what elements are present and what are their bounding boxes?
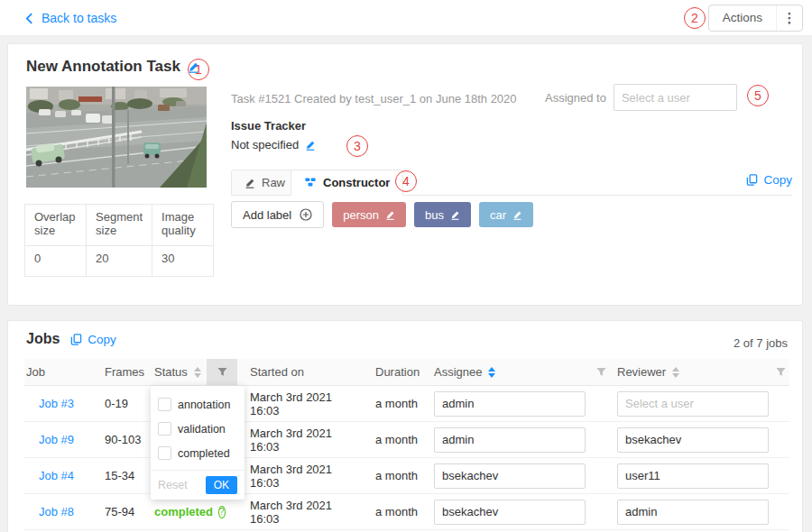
frames-cell: 90-103 (103, 433, 152, 446)
label-chip-person[interactable]: person (332, 202, 406, 227)
reviewer-input[interactable] (617, 463, 769, 489)
task-title-row: New Annotation Task (26, 58, 199, 76)
label-chip-bus[interactable]: bus (414, 202, 471, 227)
col-job: Job (24, 359, 103, 385)
tab-constructor[interactable]: Constructor (291, 170, 403, 196)
param-value-quality: 30 (152, 246, 214, 277)
col-frames: Frames (103, 359, 152, 385)
frames-cell: 75-94 (103, 505, 152, 518)
started-cell: March 3rd 2021 16:03 (237, 427, 364, 454)
copy-labels-label: Copy (763, 173, 792, 187)
copy-labels-button[interactable]: Copy (746, 173, 792, 187)
issue-tracker-value: Not specified (231, 138, 299, 151)
param-header-quality: Image quality (152, 205, 214, 246)
back-to-tasks-label: Back to tasks (42, 11, 116, 25)
edit-issue-tracker-icon[interactable] (305, 140, 316, 151)
filter-option-validation[interactable]: validation (151, 417, 245, 441)
task-preview-image (26, 87, 207, 188)
assignee-input[interactable] (434, 427, 586, 453)
param-value-overlap: 0 (25, 246, 87, 277)
kebab-menu-icon[interactable]: ⋮ (777, 5, 802, 31)
annotation-circle-5: 5 (747, 85, 769, 106)
labels-row: Add label person bus car (231, 201, 533, 228)
label-chip-car[interactable]: car (479, 202, 533, 227)
label-chip-car-name: car (490, 208, 506, 222)
jobs-table-header: Job Frames Status Started on Duration As… (24, 359, 789, 386)
checkbox-validation[interactable] (158, 422, 171, 436)
copy-jobs-button[interactable]: Copy (70, 333, 116, 346)
task-assignee-input[interactable] (614, 84, 737, 111)
issue-tracker-value-row: Not specified (231, 138, 316, 151)
edit-label-car-icon[interactable] (512, 210, 522, 220)
duration-cell: a month (364, 505, 425, 518)
reviewer-filter-icon[interactable] (772, 359, 789, 385)
reviewer-input[interactable] (617, 391, 769, 417)
question-circle-icon[interactable]: ? (218, 506, 226, 518)
copy-jobs-label: Copy (88, 333, 116, 346)
constructor-blocks-icon (304, 177, 317, 188)
table-row: Job #4 15-34 March 3rd 2021 16:03 a mont… (24, 458, 789, 494)
jobs-card: Jobs Copy 2 of 7 jobs Job Frames Status (7, 320, 803, 532)
add-label-text: Add label (243, 208, 291, 222)
job-link[interactable]: Job #3 (39, 397, 74, 410)
started-cell: March 3rd 2021 16:03 (237, 463, 364, 490)
jobs-header: Jobs Copy (26, 331, 116, 347)
add-label-button[interactable]: Add label (231, 201, 324, 228)
assignee-filter-icon[interactable] (592, 359, 610, 385)
filter-option-annotation-label: annotation (178, 399, 230, 411)
filter-ok-button[interactable]: OK (206, 476, 237, 494)
job-link[interactable]: Job #8 (39, 505, 74, 518)
raw-edit-icon (245, 178, 255, 188)
job-link[interactable]: Job #4 (39, 469, 74, 482)
assignee-input[interactable] (434, 500, 586, 525)
assignee-input[interactable] (434, 391, 586, 417)
filter-option-completed[interactable]: completed (151, 441, 245, 465)
copy-icon (70, 334, 82, 345)
reviewer-input[interactable] (617, 500, 769, 525)
edit-label-bus-icon[interactable] (450, 210, 460, 220)
annotation-circle-1: 1 (188, 59, 209, 80)
tab-raw-label: Raw (262, 176, 285, 189)
checkbox-annotation[interactable] (158, 398, 171, 411)
filter-option-completed-label: completed (178, 447, 230, 460)
edit-label-person-icon[interactable] (385, 210, 395, 220)
col-reviewer[interactable]: Reviewer (610, 359, 772, 385)
plus-circle-icon (300, 208, 312, 221)
filter-reset-button[interactable]: Reset (158, 479, 188, 491)
status-filter-icon[interactable] (207, 359, 237, 385)
checkbox-completed[interactable] (158, 446, 171, 460)
assigned-to-group: Assigned to (545, 84, 737, 111)
param-value-segment: 20 (87, 246, 152, 277)
actions-button[interactable]: Actions ⋮ (708, 5, 803, 32)
duration-cell: a month (364, 469, 425, 482)
started-cell: March 3rd 2021 16:03 (237, 499, 364, 526)
col-started-on: Started on (237, 359, 364, 385)
annotation-circle-2: 2 (684, 7, 706, 29)
assignee-input[interactable] (434, 463, 586, 489)
job-link[interactable]: Job #9 (39, 433, 74, 446)
col-status[interactable]: Status (152, 359, 207, 385)
task-meta: Task #1521 Created by test_user_1 on Jun… (231, 92, 517, 105)
assigned-to-label: Assigned to (545, 91, 606, 105)
status-completed-text: completed (154, 505, 213, 518)
reviewer-input[interactable] (617, 427, 769, 453)
annotation-circle-3: 3 (346, 135, 368, 157)
label-chip-person-name: person (343, 208, 379, 222)
back-to-tasks-link[interactable]: Back to tasks (25, 0, 116, 36)
assignee-sorter-icon[interactable] (488, 367, 495, 378)
frames-cell: 0-19 (103, 397, 152, 410)
filter-option-annotation[interactable]: annotation (151, 392, 245, 417)
back-chevron-icon (25, 13, 33, 24)
table-row: Job #3 0-19 March 3rd 2021 16:03 a month (24, 386, 789, 422)
duration-cell: a month (364, 397, 425, 410)
col-assignee[interactable]: Assignee (425, 359, 592, 385)
table-row: Job #9 90-103 March 3rd 2021 16:03 a mon… (24, 422, 789, 458)
status-sorter-icon[interactable] (194, 367, 201, 378)
param-header-segment: Segment size (87, 205, 152, 246)
reviewer-sorter-icon[interactable] (672, 367, 679, 378)
tab-raw[interactable]: Raw (231, 170, 299, 196)
issue-tracker-label: Issue Tracker (231, 119, 306, 133)
actions-label[interactable]: Actions (709, 5, 777, 31)
jobs-table: Job Frames Status Started on Duration As… (24, 359, 789, 530)
page-title: New Annotation Task (26, 58, 180, 76)
